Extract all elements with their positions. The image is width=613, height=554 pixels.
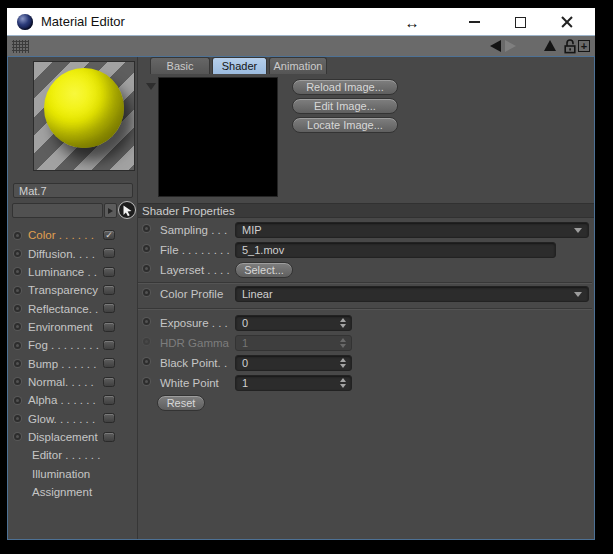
channel-row-fog[interactable]: Fog . . . . . . . . xyxy=(14,336,130,354)
back-arrow-icon[interactable] xyxy=(490,40,501,52)
channel-checkbox[interactable] xyxy=(103,303,115,313)
channel-checkbox[interactable] xyxy=(103,285,115,295)
separator xyxy=(138,308,592,309)
maximize-icon xyxy=(515,17,526,28)
animation-dot-icon[interactable] xyxy=(14,415,21,422)
channel-row-illumination[interactable]: Illumination xyxy=(14,464,130,482)
close-button[interactable] xyxy=(551,8,581,36)
channel-checkbox[interactable] xyxy=(103,395,115,405)
animation-dot-icon[interactable] xyxy=(143,265,150,272)
material-sphere-preview xyxy=(44,68,124,148)
channel-row-editor[interactable]: Editor . . . . . . xyxy=(14,446,130,464)
color-profile-value: Linear xyxy=(242,288,273,300)
preview-mode-dropdown-button[interactable] xyxy=(104,203,117,218)
white-point-value: 1 xyxy=(242,377,248,389)
channel-row-color[interactable]: Color . . . . . .✓ xyxy=(14,226,130,244)
channel-row-assignment[interactable]: Assignment xyxy=(14,483,130,501)
layerset-row: Layerset . . . . Select... xyxy=(138,262,594,278)
titlebar[interactable]: Material Editor ↔ xyxy=(7,8,595,36)
animation-dot-icon[interactable] xyxy=(14,397,21,404)
animation-dot-icon[interactable] xyxy=(14,433,21,440)
minimize-button[interactable] xyxy=(459,8,489,36)
animation-dot-icon[interactable] xyxy=(14,360,21,367)
lock-icon[interactable] xyxy=(563,38,577,58)
channel-checkbox[interactable] xyxy=(103,248,115,258)
locate-image-button[interactable]: Locate Image... xyxy=(292,117,398,133)
up-arrow-icon[interactable] xyxy=(544,40,556,51)
tab-animation[interactable]: Animation xyxy=(269,57,327,74)
drag-grip-icon[interactable] xyxy=(12,40,29,53)
channel-label: Glow. . . . . . . xyxy=(28,413,95,425)
channel-row-alpha[interactable]: Alpha . . . . . . xyxy=(14,391,130,409)
channel-row-normal[interactable]: Normal. . . . . xyxy=(14,373,130,391)
black-point-label: Black Point. . xyxy=(160,357,227,369)
channel-row-transparency[interactable]: Transparency xyxy=(14,281,130,299)
channel-checkbox[interactable] xyxy=(103,340,115,350)
spinner-arrows-icon[interactable] xyxy=(340,358,346,368)
material-name-field[interactable]: Mat.7 xyxy=(13,183,133,198)
channel-row-displacement[interactable]: Displacement xyxy=(14,428,130,446)
material-preview[interactable] xyxy=(33,61,135,171)
cursor-arrow-icon xyxy=(121,204,133,217)
resize-horizontal-icon[interactable]: ↔ xyxy=(397,8,427,36)
material-editor-window: Material Editor ↔ + Mat.7 xyxy=(7,8,595,540)
tab-basic[interactable]: Basic xyxy=(150,57,210,74)
tab-shader[interactable]: Shader xyxy=(212,57,267,74)
animation-dot-icon[interactable] xyxy=(14,305,21,312)
channel-row-reflectance[interactable]: Reflectance. . xyxy=(14,299,130,317)
color-profile-dropdown[interactable]: Linear xyxy=(235,286,589,302)
channel-checkbox[interactable] xyxy=(103,432,115,442)
black-point-value: 0 xyxy=(242,357,248,369)
layerset-label: Layerset . . . . xyxy=(160,264,230,276)
file-path-input[interactable]: 5_1.mov xyxy=(235,242,556,258)
preview-mode-box[interactable] xyxy=(12,203,103,218)
texture-image-preview[interactable] xyxy=(158,77,278,197)
spinner-arrows-icon[interactable] xyxy=(340,318,346,328)
channel-checkbox[interactable] xyxy=(103,413,115,423)
animation-dot-icon[interactable] xyxy=(143,245,150,252)
channel-row-bump[interactable]: Bump . . . . . . xyxy=(14,354,130,372)
expander-triangle-icon[interactable] xyxy=(146,83,156,90)
exposure-spinner[interactable]: 0 xyxy=(235,315,352,331)
channel-label: Environment xyxy=(28,321,93,333)
animation-dot-icon[interactable] xyxy=(14,268,21,275)
channel-checkbox[interactable]: ✓ xyxy=(103,230,115,240)
animation-dot-icon[interactable] xyxy=(14,287,21,294)
add-icon[interactable]: + xyxy=(578,40,590,52)
animation-dot-icon[interactable] xyxy=(143,378,150,385)
channel-checkbox[interactable] xyxy=(103,267,115,277)
spinner-arrows-icon[interactable] xyxy=(340,378,346,388)
animation-dot-icon[interactable] xyxy=(143,318,150,325)
channel-label: Assignment xyxy=(32,486,92,498)
forward-arrow-icon[interactable] xyxy=(505,40,516,52)
white-point-spinner[interactable]: 1 xyxy=(235,375,352,391)
hdr-gamma-value: 1 xyxy=(242,337,248,349)
channel-row-environment[interactable]: Environment xyxy=(14,318,130,336)
animation-dot-icon[interactable] xyxy=(14,323,21,330)
channel-row-diffusion[interactable]: Diffusion. . . . xyxy=(14,244,130,262)
animation-dot-icon[interactable] xyxy=(143,289,150,296)
reset-button[interactable]: Reset xyxy=(157,395,205,411)
channel-checkbox[interactable] xyxy=(103,377,115,387)
separator xyxy=(138,282,592,283)
animation-dot-icon[interactable] xyxy=(14,378,21,385)
edit-image-button[interactable]: Edit Image... xyxy=(292,98,398,114)
animation-dot-icon[interactable] xyxy=(143,358,150,365)
color-profile-label: Color Profile xyxy=(160,288,223,300)
sampling-row: Sampling . . . MIP xyxy=(138,222,594,238)
reload-image-button[interactable]: Reload Image... xyxy=(292,79,398,95)
sampling-dropdown[interactable]: MIP xyxy=(235,222,589,238)
pick-material-button[interactable] xyxy=(118,201,136,219)
animation-dot-icon[interactable] xyxy=(14,342,21,349)
chevron-down-icon xyxy=(574,292,582,297)
channel-row-glow[interactable]: Glow. . . . . . . xyxy=(14,409,130,427)
animation-dot-icon[interactable] xyxy=(14,250,21,257)
maximize-button[interactable] xyxy=(505,8,535,36)
layerset-select-button[interactable]: Select... xyxy=(235,262,293,278)
channel-checkbox[interactable] xyxy=(103,358,115,368)
animation-dot-icon[interactable] xyxy=(14,232,21,239)
black-point-spinner[interactable]: 0 xyxy=(235,355,352,371)
channel-row-luminance[interactable]: Luminance . . xyxy=(14,263,130,281)
channel-checkbox[interactable] xyxy=(103,322,115,332)
animation-dot-icon[interactable] xyxy=(143,225,150,232)
